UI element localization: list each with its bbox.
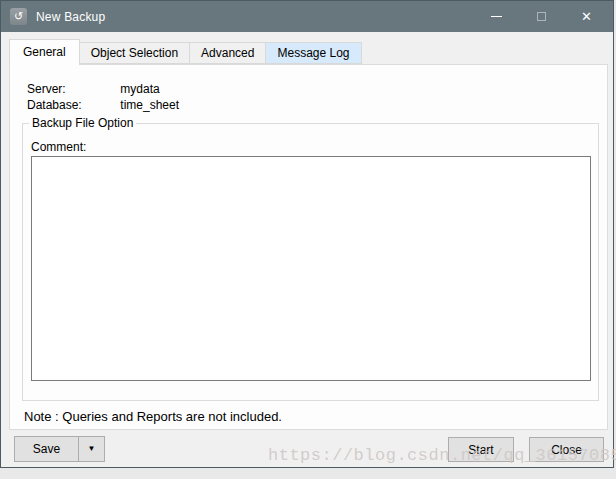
save-button[interactable]: Save: [15, 437, 78, 461]
maximize-icon: [537, 12, 546, 21]
tab-general[interactable]: General: [9, 39, 80, 65]
database-field: Database: time_sheet: [27, 98, 179, 112]
server-label: Server:: [27, 82, 117, 96]
general-tab-page: Server: mydata Database: time_sheet Back…: [9, 64, 608, 430]
start-button[interactable]: Start: [448, 437, 514, 462]
titlebar: ↺ New Backup ✕: [1, 1, 613, 32]
database-value: time_sheet: [120, 98, 179, 112]
chevron-down-icon: ▼: [88, 444, 96, 453]
comment-label: Comment:: [31, 140, 86, 154]
close-window-button[interactable]: ✕: [564, 1, 609, 32]
minimize-button[interactable]: [474, 1, 519, 32]
backup-app-icon: ↺: [10, 8, 27, 25]
window-controls: ✕: [474, 1, 609, 32]
tab-strip: General Object Selection Advanced Messag…: [9, 39, 362, 64]
backup-file-option-groupbox: Backup File Option Comment:: [22, 123, 599, 401]
server-field: Server: mydata: [27, 82, 160, 96]
tab-message-log[interactable]: Message Log: [265, 42, 361, 64]
save-split-button: Save ▼: [14, 436, 105, 462]
database-label: Database:: [27, 98, 117, 112]
close-icon: ✕: [581, 10, 592, 23]
footer: Save ▼ Start Close: [1, 429, 613, 467]
maximize-button[interactable]: [519, 1, 564, 32]
window-title: New Backup: [36, 10, 105, 24]
close-button[interactable]: Close: [529, 437, 604, 462]
groupbox-legend: Backup File Option: [29, 116, 136, 130]
comment-input[interactable]: [31, 156, 591, 381]
save-dropdown-button[interactable]: ▼: [78, 437, 104, 461]
new-backup-dialog: ↺ New Backup ✕ General Object Selection …: [0, 0, 614, 468]
minimize-icon: [491, 16, 502, 17]
server-value: mydata: [120, 82, 159, 96]
note-text: Note : Queries and Reports are not inclu…: [24, 409, 282, 424]
tab-advanced[interactable]: Advanced: [189, 42, 266, 64]
tab-object-selection[interactable]: Object Selection: [79, 42, 190, 64]
